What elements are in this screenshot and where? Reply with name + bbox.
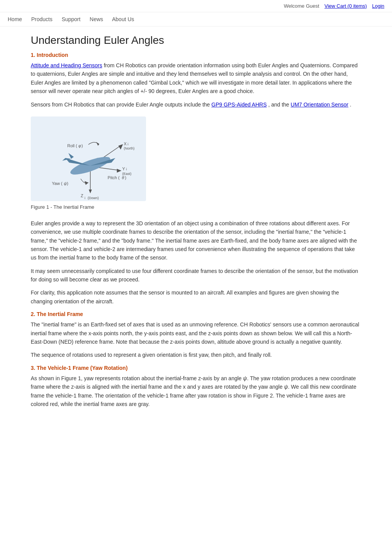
figure-1-caption: Figure 1 - The Inertial Frame	[31, 203, 94, 211]
nav-home[interactable]: Home	[8, 16, 22, 22]
figure-1-container: Z i (Down) X i (North) Y i (East) Pitch …	[31, 116, 361, 217]
login-link[interactable]: Login	[372, 3, 384, 9]
figure-1-diagram: Z i (Down) X i (North) Y i (East) Pitch …	[31, 116, 146, 201]
svg-text:ψ: ψ	[64, 181, 67, 186]
svg-text:X: X	[124, 141, 127, 146]
inertial-frame-desc-2: The sequence of rotations used to repres…	[31, 351, 361, 359]
nav-products[interactable]: Products	[31, 16, 52, 22]
svg-text:i: i	[128, 142, 128, 146]
intro-paragraph-1: Attitude and Heading Sensors from CH Rob…	[31, 61, 361, 96]
inertial-frame-desc-1: The "inertial frame" is an Earth-fixed s…	[31, 320, 361, 346]
page-title: Understanding Euler Angles	[31, 34, 361, 47]
svg-text:(Down): (Down)	[88, 196, 99, 200]
svg-text:θ: θ	[122, 175, 124, 180]
view-cart-link[interactable]: View Cart (0 items)	[324, 3, 367, 9]
gp9-link[interactable]: GP9 GPS-Aided AHRS	[211, 101, 267, 108]
main-content: Understanding Euler Angles 1. Introducti…	[23, 27, 369, 421]
svg-text:(North): (North)	[124, 146, 135, 150]
svg-text:): )	[125, 175, 126, 180]
svg-text:Yaw (: Yaw (	[52, 181, 63, 186]
svg-text:Y: Y	[122, 166, 125, 171]
svg-text:i: i	[126, 167, 127, 171]
section-heading-vehicle-1-frame: 3. The Vehicle-1 Frame (Yaw Rotation)	[31, 365, 361, 371]
svg-rect-0	[31, 116, 146, 201]
nav-about-us[interactable]: About Us	[112, 16, 134, 22]
top-bar: Welcome Guest View Cart (0 items) Login	[0, 0, 392, 12]
nav-support[interactable]: Support	[61, 16, 80, 22]
section-heading-introduction: 1. Introduction	[31, 52, 361, 58]
nav-news[interactable]: News	[90, 16, 103, 22]
euler-angles-desc-1: Euler angles provide a way to represent …	[31, 219, 361, 262]
intro-paragraph-2: Sensors from CH Robotics that can provid…	[31, 100, 361, 109]
vehicle-1-frame-desc-1: As shown in Figure 1, yaw represents rot…	[31, 374, 361, 409]
svg-text:i: i	[85, 196, 85, 200]
svg-text:): )	[81, 143, 83, 148]
svg-text:): )	[67, 181, 68, 186]
welcome-text: Welcome Guest	[284, 3, 319, 9]
svg-text:Pitch (: Pitch (	[108, 175, 120, 180]
svg-text:φ: φ	[78, 143, 81, 148]
um7-link[interactable]: UM7 Orientation Sensor	[291, 101, 348, 108]
main-nav: Home Products Support News About Us	[0, 12, 392, 27]
attitude-heading-sensors-link[interactable]: Attitude and Heading Sensors	[31, 62, 102, 68]
svg-text:Roll (: Roll (	[67, 143, 77, 148]
section-heading-inertial-frame: 2. The Inertial Frame	[31, 311, 361, 317]
euler-angles-desc-2: It may seem unnecessarily complicated to…	[31, 267, 361, 284]
svg-text:Z: Z	[81, 193, 83, 198]
euler-angles-desc-3: For clarity, this application note assum…	[31, 288, 361, 306]
